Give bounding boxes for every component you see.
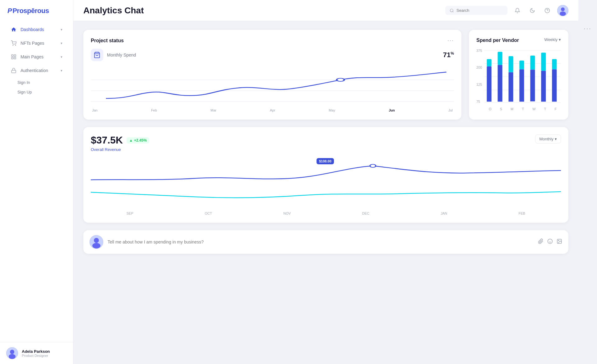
revenue-chart: $108.00 SEP OCT NOV DEC JAN F <box>91 158 561 215</box>
logo-text: Prospērous <box>12 7 49 15</box>
sidebar: PProspērous Dashboards ▾ NFTs Pages ▾ Ma… <box>0 0 73 364</box>
monthly-spend-metric: Monthly Spend 71% <box>91 49 454 61</box>
project-status-header: Project status ··· <box>91 37 454 44</box>
svg-point-20 <box>337 78 344 81</box>
user-avatar-header[interactable] <box>557 5 568 16</box>
chevron-down-icon: ▾ <box>61 69 62 73</box>
svg-point-0 <box>13 45 13 46</box>
sidebar-item-dashboards[interactable]: Dashboards ▾ <box>3 23 70 36</box>
chat-toolbar <box>538 239 562 246</box>
sidebar-item-signup[interactable]: Sign Up <box>17 87 73 97</box>
x-axis-labels: O S M T W T F <box>484 107 561 111</box>
svg-rect-29 <box>498 65 502 102</box>
svg-rect-5 <box>14 57 16 59</box>
svg-point-15 <box>560 11 566 16</box>
revenue-label: Overall Revenue <box>91 147 149 152</box>
svg-point-44 <box>548 239 553 243</box>
sidebar-item-nfts[interactable]: NFTs Pages ▾ <box>3 37 70 50</box>
search-box[interactable] <box>445 6 507 15</box>
lock-icon <box>11 67 17 74</box>
grid-icon <box>11 54 17 60</box>
sidebar-item-auth[interactable]: Authentication ▾ <box>3 64 70 77</box>
svg-rect-27 <box>487 66 492 102</box>
svg-rect-38 <box>552 59 557 69</box>
monthly-period-button[interactable]: Monthly ▾ <box>535 134 561 143</box>
svg-rect-37 <box>541 71 546 102</box>
svg-rect-6 <box>12 70 16 73</box>
project-status-title: Project status <box>91 38 124 43</box>
revenue-amount: $37.5K <box>91 134 123 146</box>
monthly-spend-label: Monthly Spend <box>107 52 439 57</box>
image-icon[interactable] <box>557 239 562 246</box>
sidebar-item-signin[interactable]: Sign In <box>17 78 73 87</box>
home-icon <box>11 26 17 33</box>
header-actions <box>445 5 568 16</box>
logo-icon: P <box>7 7 12 15</box>
search-icon <box>450 8 454 13</box>
svg-rect-34 <box>530 56 535 70</box>
attachment-icon[interactable] <box>538 239 544 246</box>
user-info: Adela Parkson Product Designer <box>22 349 50 357</box>
chevron-down-icon: ▾ <box>61 41 62 45</box>
user-avatar <box>6 347 18 359</box>
auth-label: Authentication <box>21 68 48 73</box>
project-status-card: Project status ··· Monthly Spend 71% <box>83 30 461 120</box>
svg-point-1 <box>15 45 16 46</box>
sidebar-item-main[interactable]: Main Pages ▾ <box>3 50 70 63</box>
spend-vendor-card: Spend per Vendor Weekly ▾ 375 200 125 75 <box>469 30 568 120</box>
chat-input-wrap[interactable] <box>108 239 534 245</box>
svg-rect-28 <box>498 52 502 65</box>
y-axis-labels: 375 200 125 75 <box>476 49 482 105</box>
page-title: Analytics Chat <box>83 6 445 16</box>
spend-bar-chart: 375 200 125 75 <box>476 49 561 111</box>
notification-icon[interactable] <box>512 6 522 16</box>
svg-point-40 <box>370 164 376 167</box>
svg-rect-39 <box>552 69 557 102</box>
revenue-left: $37.5K ▲ +2.45% Overall Revenue <box>91 134 149 152</box>
revenue-card: $37.5K ▲ +2.45% Overall Revenue Monthly … <box>83 127 568 223</box>
svg-rect-33 <box>520 69 524 102</box>
svg-rect-2 <box>12 55 13 56</box>
arrow-up-icon: ▲ <box>129 138 133 143</box>
svg-rect-3 <box>14 55 16 56</box>
svg-point-9 <box>9 354 16 359</box>
bars-container: O S M T W T F <box>484 49 561 111</box>
content-area: Project status ··· Monthly Spend 71% <box>73 21 578 364</box>
svg-point-10 <box>450 9 453 11</box>
svg-rect-36 <box>541 52 546 71</box>
revenue-amount-row: $37.5K ▲ +2.45% <box>91 134 149 146</box>
revenue-header: $37.5K ▲ +2.45% Overall Revenue Monthly … <box>91 134 561 152</box>
svg-point-14 <box>561 7 565 11</box>
main-label: Main Pages <box>21 54 44 59</box>
svg-point-42 <box>94 238 99 243</box>
auth-submenu: Sign In Sign Up <box>0 78 73 97</box>
theme-icon[interactable] <box>527 6 537 16</box>
weekly-period-button[interactable]: Weekly ▾ <box>544 37 561 42</box>
search-input[interactable] <box>456 8 503 13</box>
logo: PProspērous <box>0 0 73 20</box>
svg-point-8 <box>10 350 14 354</box>
dashboards-label: Dashboards <box>21 27 44 32</box>
chevron-down-icon: ▾ <box>559 37 561 42</box>
chevron-down-icon: ▾ <box>61 28 62 32</box>
nav-section: Dashboards ▾ NFTs Pages ▾ Main Pages ▾ A… <box>0 20 73 99</box>
svg-rect-30 <box>509 56 513 72</box>
emoji-icon[interactable] <box>547 239 553 246</box>
chat-input[interactable] <box>108 239 534 244</box>
svg-point-43 <box>92 243 100 248</box>
right-panel-more-button[interactable]: ··· <box>584 25 592 32</box>
basket-icon <box>91 49 103 61</box>
svg-rect-32 <box>520 61 524 69</box>
user-name: Adela Parkson <box>22 349 50 354</box>
header: Analytics Chat <box>73 0 578 21</box>
chevron-down-icon: ▾ <box>61 55 62 59</box>
more-options-button[interactable]: ··· <box>447 37 454 44</box>
help-icon[interactable] <box>542 6 552 16</box>
revenue-badge: ▲ +2.45% <box>127 137 149 143</box>
user-role: Product Designer <box>22 354 50 357</box>
nfts-label: NFTs Pages <box>21 41 44 46</box>
monthly-spend-value: 71% <box>443 51 454 59</box>
main-content: Analytics Chat <box>73 0 578 364</box>
top-cards-row: Project status ··· Monthly Spend 71% <box>83 30 568 120</box>
chat-user-avatar <box>90 235 103 249</box>
